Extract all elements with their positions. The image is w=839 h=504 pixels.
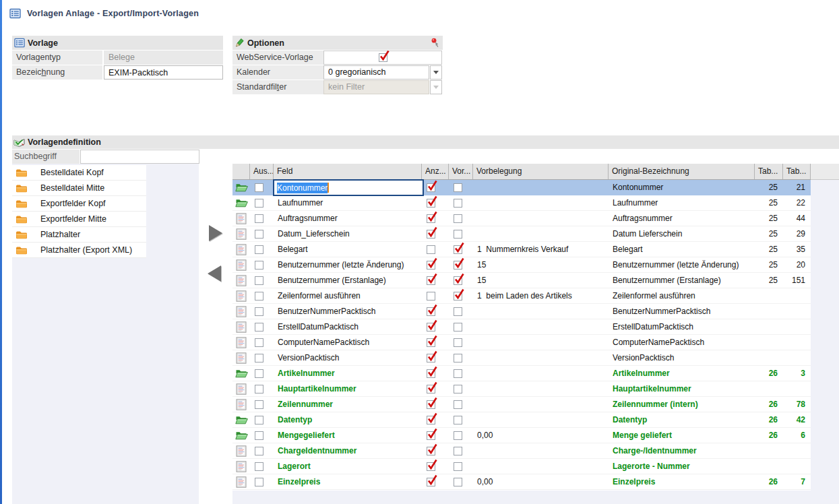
field-row[interactable]: ErstellDatumPacktisch ErstellDatumPackti…: [232, 319, 811, 335]
feld-cell[interactable]: BenutzerNummerPacktisch: [274, 304, 422, 319]
feld-cell[interactable]: ChargeIdentnummer: [274, 443, 422, 458]
feld-cell[interactable]: VersionPacktisch: [274, 350, 422, 365]
vor-checkbox[interactable]: [454, 307, 462, 316]
anz-checkbox[interactable]: [427, 199, 435, 208]
anz-checkbox[interactable]: [427, 447, 435, 455]
aus-checkbox[interactable]: [255, 385, 263, 393]
vor-checkbox[interactable]: [454, 261, 462, 270]
aus-checkbox[interactable]: [255, 214, 263, 223]
aus-checkbox[interactable]: [255, 478, 263, 486]
field-row[interactable]: Mengegeliefert 0,00Menge geliefert266: [232, 428, 811, 443]
vor-checkbox[interactable]: [454, 462, 462, 471]
field-row[interactable]: Zeilennummer Zeilennummer (intern)2678: [232, 397, 811, 412]
vor-checkbox[interactable]: [454, 292, 462, 301]
field-row[interactable]: Zeilenformel ausführen 1 beim Laden des …: [232, 288, 811, 304]
field-row[interactable]: ComputerNamePacktisch ComputerNamePackti…: [232, 335, 811, 350]
field-row[interactable]: ChargeIdentnummer Charge-/Identnummer: [232, 443, 811, 459]
tree-item[interactable]: Exportfelder Kopf: [12, 196, 146, 212]
anz-checkbox[interactable]: [427, 462, 435, 471]
column-header-tab[interactable]: Tab...: [783, 164, 811, 179]
aus-checkbox[interactable]: [255, 338, 263, 347]
tree-item[interactable]: Exportfelder Mitte: [12, 212, 146, 227]
aus-checkbox[interactable]: [255, 261, 263, 270]
feld-cell[interactable]: Datentyp: [274, 412, 422, 427]
aus-checkbox[interactable]: [255, 276, 263, 285]
feld-cell[interactable]: Benutzernummer (letzte Änderung): [274, 257, 422, 272]
bezeichnung-input[interactable]: [104, 65, 223, 80]
feld-cell[interactable]: Kontonummer: [274, 180, 422, 195]
column-header-tab[interactable]: Tab...: [755, 164, 783, 179]
feld-cell[interactable]: Benutzernummer (Erstanlage): [274, 273, 422, 288]
aus-checkbox[interactable]: [255, 462, 263, 471]
anz-checkbox[interactable]: [427, 400, 435, 409]
feld-cell[interactable]: Belegart: [274, 242, 422, 257]
field-row[interactable]: VersionPacktisch VersionPacktisch: [232, 350, 811, 366]
pin-icon[interactable]: [431, 38, 439, 48]
aus-checkbox[interactable]: [255, 416, 263, 424]
tree-item[interactable]: Platzhalter (Export XML): [12, 243, 146, 258]
field-row[interactable]: Auftragsnummer Auftragsnummer2544: [232, 211, 811, 226]
vor-checkbox[interactable]: [454, 369, 462, 378]
aus-checkbox[interactable]: [255, 183, 263, 192]
tree-item[interactable]: Bestelldatei Kopf: [12, 165, 146, 181]
field-row[interactable]: Einzelpreis 0,00Einzelpreis267: [232, 474, 811, 490]
aus-checkbox[interactable]: [255, 431, 263, 440]
vor-checkbox[interactable]: [454, 400, 462, 409]
column-header-anz[interactable]: Anz...: [422, 164, 449, 179]
feld-cell[interactable]: Einzelpreis: [274, 474, 422, 489]
move-right-button[interactable]: [209, 225, 222, 241]
anz-checkbox[interactable]: [427, 245, 435, 254]
vor-checkbox[interactable]: [454, 385, 462, 393]
feld-cell[interactable]: ErstellDatumPacktisch: [274, 319, 422, 334]
tree-item[interactable]: Platzhalter: [12, 227, 146, 243]
vor-checkbox[interactable]: [454, 276, 462, 285]
anz-checkbox[interactable]: [427, 183, 435, 192]
field-row[interactable]: Laufnummer Laufnummer2522: [232, 195, 811, 211]
vor-checkbox[interactable]: [454, 431, 462, 440]
vor-checkbox[interactable]: [454, 214, 462, 223]
vor-checkbox[interactable]: [454, 338, 462, 347]
anz-checkbox[interactable]: [427, 292, 435, 301]
aus-checkbox[interactable]: [255, 400, 263, 409]
aus-checkbox[interactable]: [255, 369, 263, 378]
field-row[interactable]: Lagerort Lagerorte - Nummer: [232, 459, 811, 474]
field-row[interactable]: Datentyp Datentyp2642: [232, 412, 811, 428]
vor-checkbox[interactable]: [454, 478, 462, 486]
vor-checkbox[interactable]: [454, 354, 462, 363]
anz-checkbox[interactable]: [427, 230, 435, 239]
feld-cell[interactable]: Auftragsnummer: [274, 211, 422, 226]
anz-checkbox[interactable]: [427, 276, 435, 285]
column-header-feld[interactable]: Feld: [274, 164, 422, 179]
aus-checkbox[interactable]: [255, 245, 263, 254]
suchbegriff-input[interactable]: [80, 150, 199, 164]
aus-checkbox[interactable]: [255, 230, 263, 239]
anz-checkbox[interactable]: [427, 369, 435, 378]
feld-cell[interactable]: Zeilennummer: [274, 397, 422, 412]
column-header-aus[interactable]: Aus...: [250, 164, 274, 179]
column-header-vorbelegung[interactable]: Vorbelegung: [473, 164, 609, 179]
webservice-checkbox[interactable]: [379, 53, 387, 62]
aus-checkbox[interactable]: [255, 323, 263, 332]
anz-checkbox[interactable]: [427, 385, 435, 393]
field-row[interactable]: Benutzernummer (letzte Änderung) 15Benut…: [232, 257, 811, 273]
anz-checkbox[interactable]: [427, 338, 435, 347]
anz-checkbox[interactable]: [427, 416, 435, 424]
feld-cell[interactable]: Zeilenformel ausführen: [274, 288, 422, 303]
field-row[interactable]: Datum_Lieferschein Datum Lieferschein252…: [232, 226, 811, 242]
feld-cell[interactable]: Laufnummer: [274, 195, 422, 210]
anz-checkbox[interactable]: [427, 261, 435, 270]
field-row[interactable]: BenutzerNummerPacktisch BenutzerNummerPa…: [232, 304, 811, 319]
aus-checkbox[interactable]: [255, 292, 263, 301]
column-header-originalbezeichnung[interactable]: Original-Bezeichnung: [609, 164, 755, 179]
anz-checkbox[interactable]: [427, 478, 435, 486]
feld-cell[interactable]: ComputerNamePacktisch: [274, 335, 422, 350]
anz-checkbox[interactable]: [427, 323, 435, 332]
feld-cell[interactable]: Artikelnummer: [274, 366, 422, 381]
vor-checkbox[interactable]: [454, 447, 462, 455]
anz-checkbox[interactable]: [427, 214, 435, 223]
column-header-icon[interactable]: [232, 164, 250, 179]
field-row[interactable]: Kontonummer Kontonummer2521: [232, 180, 811, 195]
field-row[interactable]: Hauptartikelnummer Hauptartikelnummer: [232, 381, 811, 397]
feld-cell[interactable]: Lagerort: [274, 459, 422, 474]
vor-checkbox[interactable]: [454, 230, 462, 239]
